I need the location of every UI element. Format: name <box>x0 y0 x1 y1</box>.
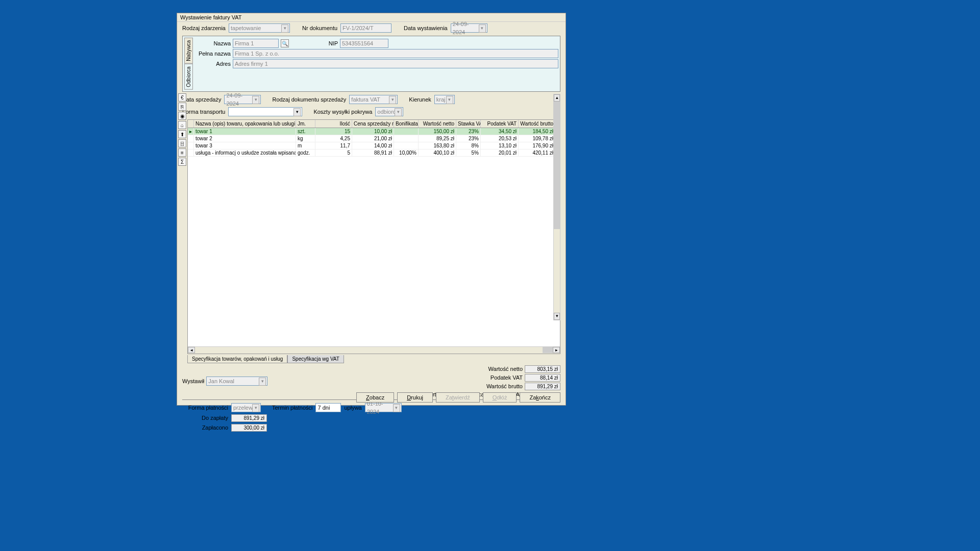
forma-transportu-combo[interactable] <box>228 107 302 116</box>
vertical-scrollbar[interactable]: ▴ ▾ <box>553 94 560 320</box>
podatek-vat-value: 88,14 zł <box>525 374 560 382</box>
table-row[interactable]: towar 2 kg 4,25 21,00 zł 89,25 zł 23% 20… <box>188 135 560 142</box>
do-zaplaty-label: Do zapłaty <box>182 415 228 421</box>
data-sprzedazy-combo[interactable]: 24-09-2024 <box>224 95 261 104</box>
col-bon[interactable]: Bonifikata <box>394 120 419 128</box>
wartosc-brutto-value: 891,29 zł <box>525 383 560 390</box>
col-net[interactable]: Wartość netto <box>419 120 456 128</box>
pelna-input[interactable]: Firma 1 Sp. z o.o. <box>233 49 558 58</box>
rodzaj-zdarzenia-label: Rodzaj zdarzenia <box>182 25 226 31</box>
zatwierdz-button[interactable]: Zatwierdź <box>436 392 480 403</box>
koszty-label: Koszty wysyłki pokrywa <box>313 109 372 115</box>
party-panel: Odbiorca Nabywca Nazwa Firma 1 🔍 NIP 534… <box>182 36 560 92</box>
forma-transportu-label: Forma transportu <box>182 109 225 115</box>
termin-input[interactable]: 7 dni <box>315 403 341 412</box>
wystawil-combo[interactable]: Jan Kowal <box>206 377 267 386</box>
rodzaj-dok-label: Rodzaj dokumentu sprzedaży <box>272 96 346 103</box>
adres-input[interactable]: Adres firmy 1 <box>233 59 558 68</box>
zakoncz-button[interactable]: Zakończ <box>520 392 560 403</box>
zaplacono-value[interactable]: 300,00 zł <box>231 424 267 432</box>
box-icon[interactable]: ⌸ <box>178 139 186 147</box>
tab-spec-items[interactable]: Specyfikacja towarów, opakowań i usług <box>187 355 287 363</box>
koszty-combo[interactable]: odbiorca <box>375 107 403 116</box>
col-jm[interactable]: Jm. <box>296 120 315 128</box>
data-wystawienia-combo[interactable]: 24-09-2024 <box>451 23 487 33</box>
wartosc-brutto-label: Wartość brutto <box>486 383 523 389</box>
adres-label: Adres <box>196 61 231 67</box>
table-row[interactable]: ▸ towar 1 szt. 15 10,00 zł 150,00 zł 23%… <box>188 128 560 135</box>
col-vat[interactable]: Podatek VAT <box>481 120 519 128</box>
search-icon[interactable]: 🔍 <box>281 39 289 47</box>
tab-nabywca[interactable]: Nabywca <box>184 38 193 64</box>
col-name[interactable]: Nazwa (opis) towaru, opakowania lub usłu… <box>194 120 296 128</box>
odroz-button[interactable]: Odłóż <box>483 392 517 403</box>
nr-dokumentu-input[interactable]: FV-1/2024/T <box>340 23 391 33</box>
forma-platnosci-label: Forma płatności <box>182 405 228 411</box>
items-grid: Nazwa (opis) towaru, opakowania lub usłu… <box>187 119 560 354</box>
copy-icon[interactable]: ⎘ <box>178 103 186 111</box>
up-icon[interactable]: ⬆ <box>178 130 186 138</box>
col-gross[interactable]: Wartość brutto <box>519 120 555 128</box>
wartosc-netto-label: Wartość netto <box>488 366 523 372</box>
currency-icon[interactable]: € <box>178 93 186 102</box>
record-icon[interactable]: ◉ <box>178 112 186 120</box>
uplywa-combo[interactable]: 01-10-2024 <box>365 403 402 412</box>
forma-platnosci-combo[interactable]: przelew <box>231 403 261 412</box>
tab-odbiorca[interactable]: Odbiorca <box>184 64 193 90</box>
home-icon[interactable]: ⌂ <box>178 121 186 129</box>
nip-label: NIP <box>303 40 338 46</box>
data-sprzedazy-label: Data sprzedaży <box>182 96 221 103</box>
drukuj-button[interactable]: Drukuj <box>397 392 433 403</box>
zobacz-button[interactable]: Zobacz <box>356 392 394 403</box>
col-rate[interactable]: Stawka VAT <box>456 120 481 128</box>
zaplacono-label: Zapłacono <box>182 424 228 431</box>
pelna-label: Pełna nazwa <box>196 51 231 57</box>
rodzaj-dok-combo[interactable]: faktura VAT <box>349 95 398 104</box>
wartosc-netto-value: 803,15 zł <box>525 365 560 373</box>
nazwa-input[interactable]: Firma 1 <box>233 39 279 48</box>
window-title: Wystawienie faktury VAT <box>177 13 566 22</box>
grid-body[interactable]: ▸ towar 1 szt. 15 10,00 zł 150,00 zł 23%… <box>188 128 560 346</box>
col-qty[interactable]: Ilość <box>315 120 352 128</box>
tab-spec-vat[interactable]: Specyfikacja wg VAT <box>287 355 344 363</box>
podatek-vat-label: Podatek VAT <box>491 374 523 381</box>
kierunek-combo[interactable]: kraj <box>434 95 455 104</box>
do-zaplaty-value: 891,29 zł <box>231 414 267 422</box>
sum-icon[interactable]: Σ <box>178 158 186 166</box>
uplywa-label: upływa <box>344 405 361 411</box>
wystawil-label: Wystawił <box>182 378 204 384</box>
data-wystawienia-label: Data wystawienia <box>404 25 448 31</box>
nazwa-label: Nazwa <box>196 40 231 46</box>
invoice-window: Wystawienie faktury VAT Rodzaj zdarzenia… <box>177 13 566 406</box>
col-price[interactable]: Cena sprzedaży netto <box>352 120 394 128</box>
list-icon[interactable]: ≡ <box>178 148 186 157</box>
rodzaj-zdarzenia-combo[interactable]: tapetowanie <box>229 23 290 33</box>
table-row[interactable]: usługa - informacj o usłudze została wpi… <box>188 149 560 157</box>
grid-header: Nazwa (opis) towaru, opakowania lub usłu… <box>188 120 560 128</box>
horizontal-scrollbar[interactable]: ◂ ▸ <box>188 346 560 354</box>
nr-dokumentu-label: Nr dokumentu <box>302 25 337 31</box>
termin-label: Termin płatności <box>272 405 312 411</box>
table-row[interactable]: towar 3 m 11,7 14,00 zł 163,80 zł 8% 13,… <box>188 142 560 149</box>
nip-input[interactable]: 5343551564 <box>340 39 388 48</box>
toolbar-icons: € ⎘ ◉ ⌂ ⬆ ⌸ ≡ Σ <box>177 92 186 167</box>
kierunek-label: Kierunek <box>409 96 431 103</box>
